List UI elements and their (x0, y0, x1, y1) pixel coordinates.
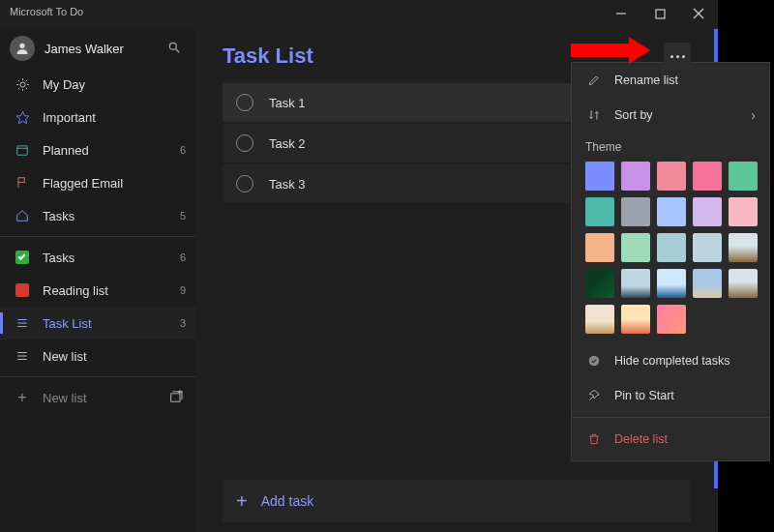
menu-theme-header: Theme (572, 133, 769, 158)
app-name: Microsoft To Do (0, 0, 93, 23)
menu-sort-by[interactable]: Sort by › (572, 98, 769, 133)
square-green-icon (12, 251, 33, 264)
search-icon[interactable] (163, 41, 186, 57)
task-label: Task 3 (269, 177, 306, 192)
theme-swatch[interactable] (657, 269, 686, 298)
svg-line-29 (589, 397, 593, 400)
task-label: Task 2 (269, 136, 306, 151)
theme-swatches (572, 158, 769, 343)
plus-icon: + (12, 389, 33, 406)
sidebar-smart-important[interactable]: Important (0, 101, 195, 133)
user-row[interactable]: James Walker (0, 29, 195, 68)
theme-swatch[interactable] (693, 162, 722, 191)
theme-swatch[interactable] (657, 162, 686, 191)
theme-swatch[interactable] (693, 269, 722, 298)
theme-swatch[interactable] (585, 305, 614, 334)
svg-line-12 (17, 79, 18, 80)
svg-rect-25 (171, 394, 180, 402)
theme-swatch[interactable] (585, 269, 614, 298)
list-options-button[interactable] (664, 43, 691, 70)
sidebar-list-newlist[interactable]: New list (0, 340, 195, 372)
menu-delete-list[interactable]: Delete list (572, 422, 769, 457)
menu-divider (572, 417, 769, 418)
theme-swatch[interactable] (729, 269, 758, 298)
theme-swatch[interactable] (657, 233, 686, 262)
annotation-arrow (571, 37, 650, 64)
add-task-label: Add task (261, 493, 313, 509)
dots-icon (670, 55, 685, 58)
check-circle-icon (585, 354, 603, 368)
chevron-right-icon: › (751, 107, 756, 123)
theme-swatch[interactable] (585, 162, 614, 191)
flag-icon (12, 176, 33, 190)
svg-point-5 (169, 43, 176, 49)
sidebar-list-tasklist[interactable]: Task List 3 (0, 307, 195, 340)
plus-icon: + (236, 490, 248, 513)
svg-point-4 (19, 44, 24, 48)
theme-swatch[interactable] (621, 305, 650, 334)
svg-point-28 (589, 356, 600, 367)
trash-icon (585, 432, 603, 446)
list-title[interactable]: Task List (223, 44, 313, 69)
list-icon (12, 349, 33, 363)
avatar (10, 36, 35, 61)
sidebar-list-tasks[interactable]: Tasks 6 (0, 241, 195, 274)
svg-line-14 (17, 87, 18, 88)
user-name: James Walker (45, 42, 163, 56)
theme-swatch[interactable] (729, 233, 758, 262)
square-red-icon (12, 283, 33, 297)
svg-line-6 (176, 48, 180, 52)
sort-icon (585, 108, 603, 122)
sidebar-smart-myday[interactable]: My Day (0, 68, 195, 101)
svg-marker-16 (16, 111, 29, 124)
theme-swatch[interactable] (693, 197, 722, 226)
theme-swatch[interactable] (585, 233, 614, 262)
theme-swatch[interactable] (621, 269, 650, 298)
sun-icon (12, 77, 33, 92)
theme-swatch[interactable] (657, 305, 686, 334)
maximize-button[interactable] (640, 0, 679, 27)
new-list-group-icon[interactable] (168, 389, 184, 407)
sidebar-smart-flagged[interactable]: Flagged Email (0, 166, 195, 199)
home-icon (12, 209, 33, 222)
minimize-button[interactable] (602, 0, 640, 27)
theme-swatch[interactable] (621, 162, 650, 191)
theme-swatch[interactable] (585, 197, 614, 226)
svg-point-7 (20, 82, 25, 87)
sidebar-divider-2 (0, 376, 195, 377)
theme-swatch[interactable] (621, 233, 650, 262)
pin-icon (585, 389, 603, 402)
sidebar-smart-planned[interactable]: Planned 6 (0, 133, 195, 166)
svg-line-13 (25, 87, 26, 88)
theme-swatch[interactable] (729, 197, 758, 226)
task-checkbox[interactable] (236, 94, 253, 111)
task-checkbox[interactable] (236, 175, 253, 192)
sidebar-list-reading[interactable]: Reading list 9 (0, 274, 195, 307)
list-icon (12, 316, 33, 330)
theme-swatch[interactable] (657, 197, 686, 226)
calendar-icon (12, 143, 33, 157)
sidebar-divider (0, 236, 195, 237)
theme-swatch[interactable] (621, 197, 650, 226)
sidebar-new-list[interactable]: + New list (0, 381, 195, 414)
sidebar-smart-tasks[interactable]: Tasks 5 (0, 199, 195, 232)
add-task-input[interactable]: + Add task (223, 480, 691, 522)
svg-rect-17 (17, 146, 28, 155)
menu-hide-completed[interactable]: Hide completed tasks (572, 343, 769, 378)
menu-pin-to-start[interactable]: Pin to Start (572, 378, 769, 413)
svg-line-15 (25, 79, 26, 80)
task-checkbox[interactable] (236, 134, 253, 152)
list-options-menu: Rename list Sort by › Theme (571, 62, 770, 461)
task-label: Task 1 (269, 96, 306, 110)
star-icon (12, 110, 33, 125)
pencil-icon (585, 74, 603, 87)
theme-swatch[interactable] (693, 233, 722, 262)
theme-swatch[interactable] (729, 162, 758, 191)
sidebar: James Walker My Day Important Planned 6 … (0, 29, 195, 532)
title-bar: Microsoft To Do (0, 0, 718, 29)
svg-rect-1 (656, 10, 665, 18)
close-button[interactable] (679, 0, 718, 27)
